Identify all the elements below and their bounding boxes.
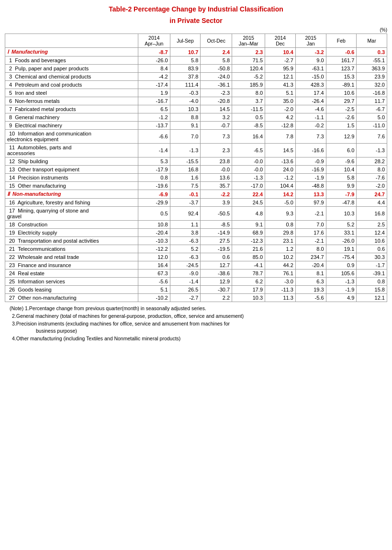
row-value: -8.5 [201, 221, 232, 229]
row-value: -17.9 [138, 166, 170, 174]
row-label: 24 Real estate [5, 269, 138, 278]
section-header-row: Ⅱ Non-manufacturing-6.9-0.1-2.222.414.21… [5, 190, 387, 199]
row-value: -39.1 [357, 269, 387, 278]
row-value: 8.1 [295, 269, 326, 278]
row-value: 21.6 [232, 245, 265, 253]
row-value: -1.1 [295, 113, 326, 122]
row-value: 12.1 [357, 294, 387, 302]
row-value: 16.4 [232, 130, 265, 144]
row-value: -20.8 [201, 97, 232, 105]
row-value: -10.3 [138, 237, 170, 245]
row-value: -7.9 [326, 190, 357, 199]
col-header-jul-sep: Jul-Sep [170, 34, 201, 48]
row-value: -48.8 [295, 182, 326, 190]
row-value: 5.8 [326, 174, 357, 182]
row-value: -3.7 [170, 199, 201, 207]
data-row: 5 Iron and steel1.9-0.3-2.38.05.117.410.… [5, 89, 387, 97]
row-value: -47.8 [326, 199, 357, 207]
data-row: 25 Information services-5.6-1.412.96.2-3… [5, 278, 387, 286]
row-value: -16.8 [357, 89, 387, 97]
row-value: 17.4 [295, 89, 326, 97]
row-value: -6.5 [232, 144, 265, 157]
row-value: 17.6 [295, 229, 326, 237]
row-value: -9.0 [170, 269, 201, 278]
data-row: 10 Information and communicationelectron… [5, 130, 387, 144]
row-value: -5.6 [138, 278, 170, 286]
row-value: 9.0 [295, 56, 326, 65]
row-label: 8 General machinery [5, 113, 138, 122]
row-value: 123.7 [326, 65, 357, 73]
row-label: 11 Automobiles, parts andaccessories [5, 144, 138, 157]
col-header-2014-dec: 2014Dec [265, 34, 296, 48]
data-row: 23 Finance and insurance16.4-24.512.7-4.… [5, 261, 387, 269]
row-value: -0.7 [201, 122, 232, 130]
row-value: 10.7 [170, 48, 201, 56]
row-value: 7.5 [170, 182, 201, 190]
row-value: -6.6 [138, 130, 170, 144]
row-value: 35.7 [201, 182, 232, 190]
row-value: 428.3 [295, 81, 326, 89]
row-value: 9.3 [265, 207, 296, 221]
data-row: 7 Fabricated metal products6.510.314.5-1… [5, 105, 387, 113]
row-label: 20 Transportation and postal activities [5, 237, 138, 245]
row-value: 2.4 [201, 48, 232, 56]
row-value: -6.3 [170, 237, 201, 245]
row-value: -1.3 [232, 174, 265, 182]
row-value: 85.0 [232, 253, 265, 261]
row-value: -2.2 [201, 190, 232, 199]
row-value: 37.8 [170, 73, 201, 81]
row-value: -17.0 [232, 182, 265, 190]
data-row: 6 Non-ferrous metals-16.7-4.0-20.83.735.… [5, 97, 387, 105]
row-value: -0.0 [201, 166, 232, 174]
row-value: 24.7 [357, 190, 387, 199]
row-value: -1.4 [138, 144, 170, 157]
row-value: -3.2 [295, 48, 326, 56]
row-value: 27.5 [201, 237, 232, 245]
row-value: -11.0 [357, 122, 387, 130]
col-header-feb: Feb [326, 34, 357, 48]
row-value: -16.9 [295, 166, 326, 174]
col-header-2014-apr-jun: 2014Apr–Jun [138, 34, 170, 48]
col-header-mar: Mar [357, 34, 387, 48]
row-value: 13.6 [201, 174, 232, 182]
row-value: 83.9 [170, 65, 201, 73]
row-value: -0.6 [326, 48, 357, 56]
row-value: 23.9 [357, 73, 387, 81]
row-label: 5 Iron and steel [5, 89, 138, 97]
row-value: -1.7 [357, 261, 387, 269]
row-value: -63.1 [295, 65, 326, 73]
row-value: 10.6 [357, 237, 387, 245]
row-value: 4.4 [357, 199, 387, 207]
row-value: 1.2 [265, 245, 296, 253]
row-value: 24.5 [232, 199, 265, 207]
row-label: 7 Fabricated metal products [5, 105, 138, 113]
row-value: 22.4 [232, 190, 265, 199]
row-value: 6.0 [326, 144, 357, 157]
row-value: 92.4 [170, 207, 201, 221]
data-row: 11 Automobiles, parts andaccessories-1.4… [5, 144, 387, 157]
row-value: 32.0 [357, 81, 387, 89]
row-label: 16 Agriculture, forestry and fishing [5, 199, 138, 207]
main-table: 2014Apr–Jun Jul-Sep Oct-Dec 2015Jan–Mar … [5, 34, 387, 302]
row-value: -4.6 [295, 105, 326, 113]
row-value: 5.2 [326, 221, 357, 229]
col-header-2015-jan: 2015Jan [295, 34, 326, 48]
data-row: 14 Precision instruments0.81.613.6-1.3-1… [5, 174, 387, 182]
row-value: 16.4 [138, 261, 170, 269]
row-label: 19 Electricity supply [5, 229, 138, 237]
row-label: 13 Other transport equipment [5, 166, 138, 174]
row-value: -0.0 [232, 166, 265, 174]
row-value: 185.9 [232, 81, 265, 89]
data-row: 18 Construction10.81.1-8.59.10.87.05.22.… [5, 221, 387, 229]
data-row: 20 Transportation and postal activities-… [5, 237, 387, 245]
row-value: -7.6 [357, 174, 387, 182]
row-value: -15.5 [170, 157, 201, 166]
row-value: 6.5 [138, 105, 170, 113]
row-value: -5.2 [232, 73, 265, 81]
row-value: 30.3 [357, 253, 387, 261]
row-value: -4.2 [138, 73, 170, 81]
data-row: 12 Ship building5.3-15.523.8-0.0-13.6-0.… [5, 157, 387, 166]
row-value: 7.3 [295, 130, 326, 144]
row-label: 26 Goods leasing [5, 286, 138, 294]
row-value: -2.1 [295, 207, 326, 221]
